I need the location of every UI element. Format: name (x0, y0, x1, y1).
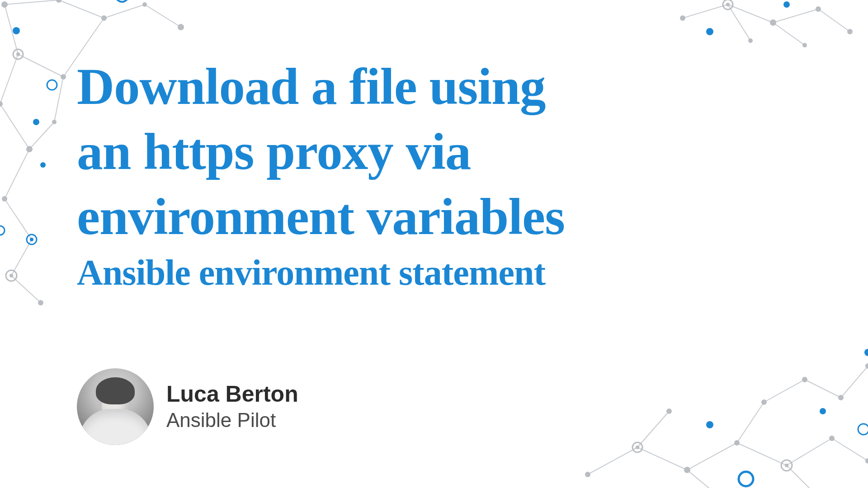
svg-line-5 (0, 54, 18, 104)
svg-point-83 (739, 472, 753, 486)
svg-point-20 (13, 49, 23, 59)
svg-line-61 (737, 402, 764, 443)
svg-point-50 (748, 38, 753, 43)
svg-point-46 (726, 3, 730, 6)
svg-point-87 (864, 349, 868, 356)
svg-line-59 (832, 438, 868, 461)
svg-point-78 (802, 377, 807, 382)
svg-line-54 (588, 447, 637, 474)
svg-point-33 (13, 27, 20, 34)
svg-point-76 (666, 408, 672, 414)
network-graphic-bottom-right (552, 312, 868, 488)
svg-point-84 (706, 421, 713, 428)
svg-point-32 (116, 0, 128, 2)
svg-line-38 (683, 5, 728, 18)
svg-line-56 (687, 443, 737, 470)
svg-point-86 (858, 424, 868, 435)
svg-point-47 (770, 19, 776, 26)
svg-line-63 (805, 380, 841, 398)
svg-point-16 (56, 0, 61, 3)
svg-point-74 (829, 436, 835, 441)
svg-line-58 (787, 438, 832, 465)
title-line-2: an https proxy via (77, 123, 471, 180)
svg-line-66 (787, 465, 814, 488)
svg-point-35 (40, 162, 46, 168)
content: Download a file using an https proxy via… (77, 54, 841, 292)
svg-line-42 (728, 5, 750, 41)
svg-point-72 (781, 460, 792, 471)
svg-line-40 (773, 9, 818, 23)
svg-line-7 (5, 149, 29, 199)
svg-point-45 (723, 0, 733, 9)
svg-point-27 (6, 270, 17, 281)
svg-point-22 (0, 101, 3, 107)
svg-point-69 (636, 446, 639, 449)
avatar (77, 368, 154, 445)
svg-point-25 (27, 235, 37, 244)
svg-line-39 (728, 5, 773, 23)
svg-point-30 (61, 74, 66, 80)
svg-point-34 (33, 119, 39, 125)
svg-line-62 (764, 380, 805, 402)
svg-point-85 (820, 408, 826, 414)
svg-point-49 (847, 29, 853, 34)
author-block: Luca Berton Ansible Pilot (77, 368, 298, 445)
svg-line-41 (818, 9, 850, 32)
svg-point-15 (1, 1, 8, 8)
network-graphic-top-right (669, 0, 859, 63)
svg-line-6 (0, 104, 29, 149)
svg-line-11 (18, 54, 63, 77)
svg-line-4 (5, 5, 18, 54)
svg-line-65 (687, 470, 714, 488)
svg-point-28 (9, 274, 13, 277)
page-title: Download a file using an https proxy via… (77, 54, 841, 249)
svg-point-79 (838, 395, 844, 400)
svg-line-43 (773, 23, 805, 45)
slide: Download a file using an https proxy via… (0, 0, 868, 488)
svg-point-18 (142, 2, 147, 7)
svg-point-52 (706, 28, 713, 35)
svg-line-60 (637, 411, 669, 447)
svg-line-55 (637, 447, 687, 470)
svg-line-3 (145, 5, 181, 27)
svg-point-23 (26, 146, 33, 152)
author-name: Luca Berton (166, 381, 298, 408)
svg-line-10 (11, 276, 41, 303)
svg-line-64 (841, 366, 868, 398)
svg-line-2 (104, 5, 145, 18)
svg-line-57 (737, 443, 787, 465)
svg-point-29 (38, 300, 43, 305)
svg-point-21 (16, 52, 20, 56)
title-line-1: Download a file using (77, 58, 546, 115)
svg-point-77 (761, 399, 767, 405)
svg-point-70 (684, 467, 690, 473)
svg-line-8 (5, 199, 32, 239)
svg-point-31 (52, 120, 57, 124)
svg-point-26 (30, 238, 33, 241)
svg-point-44 (680, 15, 685, 21)
svg-point-75 (865, 458, 868, 464)
author-role: Ansible Pilot (166, 409, 298, 432)
title-line-3: environment variables (77, 188, 565, 245)
svg-point-67 (585, 472, 590, 477)
svg-line-14 (54, 77, 63, 122)
svg-line-9 (11, 239, 32, 276)
svg-point-19 (178, 24, 184, 30)
svg-point-48 (816, 6, 821, 12)
svg-point-73 (785, 464, 788, 467)
svg-point-53 (783, 1, 790, 8)
svg-point-68 (632, 442, 642, 452)
svg-point-37 (47, 80, 57, 90)
svg-line-0 (5, 0, 59, 5)
svg-point-24 (2, 196, 7, 202)
page-subtitle: Ansible environment statement (77, 253, 841, 292)
author-text: Luca Berton Ansible Pilot (166, 381, 298, 432)
svg-point-17 (101, 15, 107, 21)
svg-line-1 (59, 0, 104, 18)
svg-point-71 (734, 440, 740, 446)
svg-point-36 (0, 226, 5, 235)
svg-point-51 (802, 43, 807, 47)
svg-line-13 (29, 122, 54, 149)
svg-point-80 (865, 363, 868, 369)
